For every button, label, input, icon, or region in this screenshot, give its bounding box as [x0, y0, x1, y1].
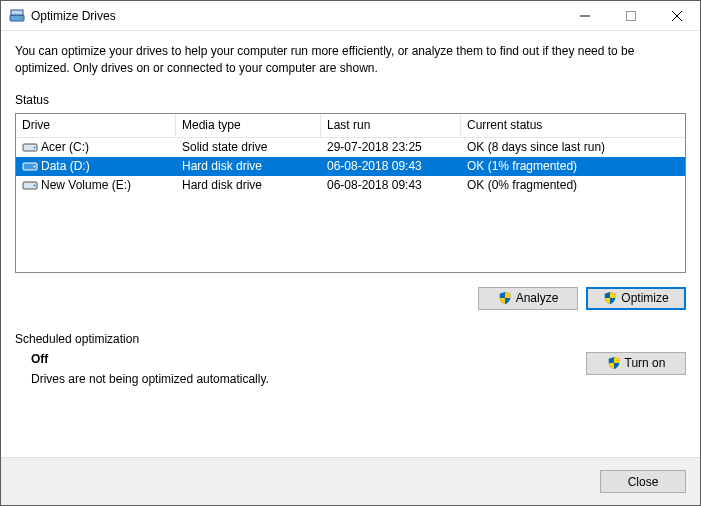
optimize-label: Optimize	[621, 291, 668, 305]
drive-rows: Acer (C:)Solid state drive29-07-2018 23:…	[16, 138, 685, 195]
column-header-last-run[interactable]: Last run	[321, 114, 461, 138]
drive-row[interactable]: Acer (C:)Solid state drive29-07-2018 23:…	[16, 138, 685, 157]
content-area: You can optimize your drives to help you…	[1, 31, 700, 457]
analyze-label: Analyze	[516, 291, 559, 305]
drive-list-header: Drive Media type Last run Current status	[16, 114, 685, 138]
drive-name: Data (D:)	[41, 159, 90, 173]
minimize-icon	[580, 11, 590, 21]
window-title: Optimize Drives	[31, 9, 562, 23]
uac-shield-icon	[607, 356, 621, 370]
svg-rect-4	[627, 11, 636, 20]
drive-media-type: Solid state drive	[176, 140, 321, 154]
drive-media-type: Hard disk drive	[176, 178, 321, 192]
titlebar: Optimize Drives	[1, 1, 700, 31]
drive-last-run: 06-08-2018 09:43	[321, 178, 461, 192]
drive-name: New Volume (E:)	[41, 178, 131, 192]
turn-on-button[interactable]: Turn on	[586, 352, 686, 375]
close-icon	[672, 11, 682, 21]
close-dialog-button[interactable]: Close	[600, 470, 686, 493]
svg-point-2	[20, 17, 22, 19]
drive-status: OK (1% fragmented)	[461, 159, 685, 173]
optimize-drives-window: Optimize Drives You can optimize your dr…	[0, 0, 701, 506]
maximize-icon	[626, 11, 636, 21]
app-icon	[9, 8, 25, 24]
svg-point-12	[34, 185, 36, 187]
maximize-button[interactable]	[608, 1, 654, 30]
column-header-status[interactable]: Current status	[461, 114, 685, 138]
analyze-button[interactable]: Analyze	[478, 287, 578, 310]
status-label: Status	[15, 93, 686, 107]
svg-line-5	[672, 11, 682, 21]
scheduled-text: Off Drives are not being optimized autom…	[31, 352, 574, 386]
scheduled-state: Off	[31, 352, 574, 366]
window-controls	[562, 1, 700, 30]
drive-icon	[22, 179, 38, 191]
scheduled-subtext: Drives are not being optimized automatic…	[31, 372, 574, 386]
uac-shield-icon	[498, 291, 512, 305]
drive-name: Acer (C:)	[41, 140, 89, 154]
drive-row[interactable]: Data (D:)Hard disk drive06-08-2018 09:43…	[16, 157, 685, 176]
scheduled-section: Scheduled optimization Off Drives are no…	[15, 332, 686, 386]
drive-media-type: Hard disk drive	[176, 159, 321, 173]
drive-last-run: 29-07-2018 23:25	[321, 140, 461, 154]
drive-list[interactable]: Drive Media type Last run Current status…	[15, 113, 686, 273]
scheduled-label: Scheduled optimization	[15, 332, 686, 346]
drive-row[interactable]: New Volume (E:)Hard disk drive06-08-2018…	[16, 176, 685, 195]
drive-status: OK (8 days since last run)	[461, 140, 685, 154]
column-header-media[interactable]: Media type	[176, 114, 321, 138]
minimize-button[interactable]	[562, 1, 608, 30]
action-buttons: Analyze Optimize	[15, 287, 686, 310]
close-button[interactable]	[654, 1, 700, 30]
column-header-drive[interactable]: Drive	[16, 114, 176, 138]
drive-icon	[22, 160, 38, 172]
svg-rect-1	[11, 10, 23, 15]
uac-shield-icon	[603, 291, 617, 305]
optimize-button[interactable]: Optimize	[586, 287, 686, 310]
drive-last-run: 06-08-2018 09:43	[321, 159, 461, 173]
drive-status: OK (0% fragmented)	[461, 178, 685, 192]
description-text: You can optimize your drives to help you…	[15, 43, 686, 77]
svg-point-10	[34, 166, 36, 168]
svg-point-8	[34, 147, 36, 149]
svg-line-6	[672, 11, 682, 21]
close-label: Close	[628, 475, 659, 489]
bottom-bar: Close	[1, 457, 700, 505]
drive-icon	[22, 141, 38, 153]
turn-on-label: Turn on	[625, 356, 666, 370]
